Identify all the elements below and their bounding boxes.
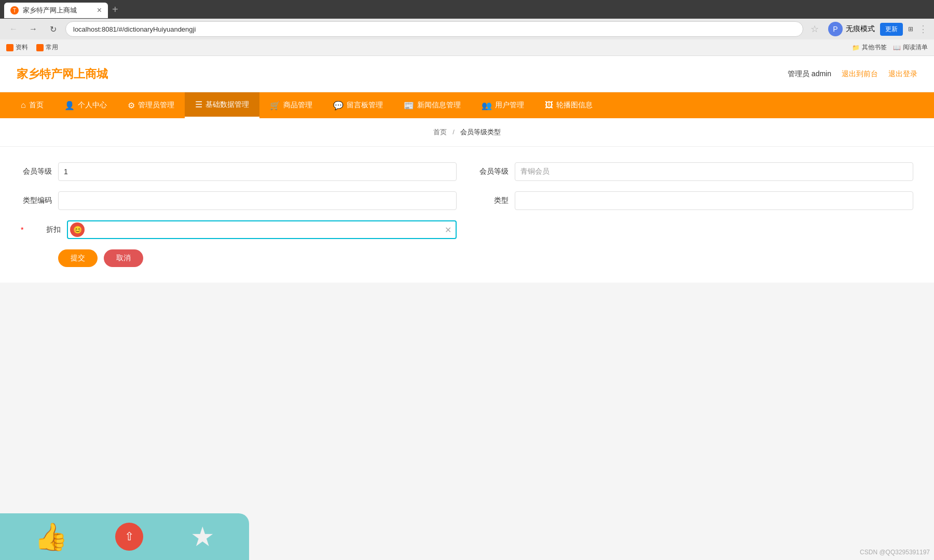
tab-title: 家乡特产网上商城 xyxy=(23,6,77,15)
emoji-circle-icon: 😊 xyxy=(70,222,85,237)
nav-item-news[interactable]: 📰 新闻信息管理 xyxy=(393,92,471,118)
cancel-button[interactable]: 取消 xyxy=(104,249,143,267)
share-icon[interactable]: ⇧ xyxy=(115,523,143,551)
form-buttons: 提交 取消 xyxy=(58,249,913,267)
type-right-group: 类型 xyxy=(477,191,913,210)
app-logo: 家乡特产网上商城 xyxy=(17,66,108,82)
bookmark-item-resources[interactable]: 资料 xyxy=(6,43,28,52)
browser-profile: P 无痕模式 xyxy=(828,22,875,36)
carousel-icon: 🖼 xyxy=(545,101,553,110)
member-level-right-label: 会员等级 xyxy=(477,167,509,176)
type-right-value xyxy=(515,191,913,210)
address-bar[interactable] xyxy=(65,21,803,37)
type-code-input[interactable] xyxy=(58,191,457,210)
breadcrumb-bar: 首页 / 会员等级类型 xyxy=(0,118,934,147)
app-nav: ⌂ 首页 👤 个人中心 ⚙ 管理员管理 ☰ 基础数据管理 🛒 商品管理 💬 留言… xyxy=(0,92,934,118)
nav-label-message: 留言板管理 xyxy=(347,101,383,110)
discount-clear-icon[interactable]: ✕ xyxy=(445,225,451,235)
nav-item-carousel[interactable]: 🖼 轮播图信息 xyxy=(534,92,603,118)
thumbs-up-icon[interactable]: 👍 xyxy=(34,521,68,553)
breadcrumb-current: 会员等级类型 xyxy=(460,128,501,136)
like-icon: 👍 xyxy=(34,521,68,553)
required-star: * xyxy=(21,226,23,234)
breadcrumb-home[interactable]: 首页 xyxy=(433,128,447,136)
discount-input[interactable] xyxy=(67,220,457,239)
folder-icon: 📁 xyxy=(852,44,860,51)
nav-label-carousel: 轮播图信息 xyxy=(556,101,593,110)
message-icon: 💬 xyxy=(333,101,344,110)
bookmark-label-frequent: 常用 xyxy=(46,43,58,52)
back-button[interactable]: ← xyxy=(6,22,21,36)
form-area: 会员等级 会员等级 青铜会员 类型编码 类型 * 折扣 😊 ✕ xyxy=(0,147,934,283)
home-icon: ⌂ xyxy=(21,101,26,110)
member-level-left-group: 会员等级 xyxy=(21,162,457,181)
read-mode-button[interactable]: ⊞ xyxy=(908,25,913,33)
member-level-right-group: 会员等级 青铜会员 xyxy=(477,162,913,181)
nav-item-admin[interactable]: ⚙ 管理员管理 xyxy=(117,92,185,118)
browser-controls: ← → ↻ ☆ P 无痕模式 更新 ⊞ ⋮ xyxy=(0,19,934,39)
bookmark-star-icon[interactable]: ☆ xyxy=(811,23,819,35)
csdn-watermark: CSDN @QQ3295391197 xyxy=(860,549,930,556)
basic-data-icon: ☰ xyxy=(195,100,202,109)
profile-label: 无痕模式 xyxy=(846,24,875,34)
submit-button[interactable]: 提交 xyxy=(58,249,98,267)
tab-favicon: T xyxy=(10,6,19,15)
forward-button[interactable]: → xyxy=(26,22,40,36)
nav-item-users[interactable]: 👥 用户管理 xyxy=(471,92,534,118)
share-symbol: ⇧ xyxy=(125,530,134,543)
type-code-left-group: 类型编码 xyxy=(21,191,457,210)
type-code-label: 类型编码 xyxy=(21,196,52,205)
bookmark-icon-resources xyxy=(6,44,13,51)
extensions-icon[interactable]: ⋮ xyxy=(918,23,928,35)
discount-group: * 折扣 😊 ✕ xyxy=(21,220,457,239)
reading-list-label: 阅读清单 xyxy=(903,43,928,52)
profile-icon: P xyxy=(828,22,843,36)
discount-label: 折扣 xyxy=(30,225,61,234)
front-link[interactable]: 退出到前台 xyxy=(842,69,878,79)
browser-chrome: T 家乡特产网上商城 × + ← → ↻ ☆ P 无痕模式 更新 ⊞ ⋮ 资料 … xyxy=(0,0,934,56)
update-button[interactable]: 更新 xyxy=(880,23,903,36)
member-level-input[interactable] xyxy=(58,162,457,181)
users-icon: 👥 xyxy=(482,101,492,110)
bookmarks-bar: 资料 常用 📁 其他书签 📖 阅读清单 xyxy=(0,39,934,56)
discount-input-wrapper: 😊 ✕ xyxy=(67,220,457,239)
bookmark-icon-frequent xyxy=(36,44,44,51)
form-row-1: 会员等级 会员等级 青铜会员 xyxy=(21,162,913,181)
tab-close-button[interactable]: × xyxy=(97,6,102,15)
nav-label-news: 新闻信息管理 xyxy=(417,101,461,110)
new-tab-button[interactable]: + xyxy=(112,4,118,16)
member-level-right-value: 青铜会员 xyxy=(515,162,913,181)
nav-item-basic-data[interactable]: ☰ 基础数据管理 xyxy=(185,92,259,118)
logout-link[interactable]: 退出登录 xyxy=(888,69,917,79)
nav-item-personal[interactable]: 👤 个人中心 xyxy=(54,92,117,118)
goods-icon: 🛒 xyxy=(270,101,280,110)
nav-label-admin: 管理员管理 xyxy=(138,101,174,110)
csdn-bottom-widget: 👍 ⇧ ★ xyxy=(0,513,249,560)
nav-label-users: 用户管理 xyxy=(495,101,524,110)
type-right-label: 类型 xyxy=(477,196,509,205)
browser-tab[interactable]: T 家乡特产网上商城 × xyxy=(4,3,108,18)
nav-item-goods[interactable]: 🛒 商品管理 xyxy=(259,92,323,118)
reading-list[interactable]: 📖 阅读清单 xyxy=(893,43,928,52)
breadcrumb-separator: / xyxy=(452,128,455,136)
member-level-left-label: 会员等级 xyxy=(21,167,52,176)
personal-icon: 👤 xyxy=(64,101,75,110)
breadcrumb: 首页 / 会员等级类型 xyxy=(0,128,934,137)
admin-label: 管理员 admin xyxy=(788,69,831,79)
bookmarks-right: 📁 其他书签 📖 阅读清单 xyxy=(852,43,928,52)
nav-item-message[interactable]: 💬 留言板管理 xyxy=(323,92,393,118)
star-icon[interactable]: ★ xyxy=(190,521,215,552)
form-row-3: * 折扣 😊 ✕ xyxy=(21,220,913,239)
nav-label-goods: 商品管理 xyxy=(283,101,312,110)
browser-tab-bar: T 家乡特产网上商城 × + xyxy=(0,0,934,19)
bookmark-item-frequent[interactable]: 常用 xyxy=(36,43,58,52)
refresh-button[interactable]: ↻ xyxy=(46,22,60,36)
nav-label-home: 首页 xyxy=(29,101,44,110)
admin-icon: ⚙ xyxy=(128,101,135,110)
other-bookmarks-label: 其他书签 xyxy=(862,43,887,52)
other-bookmarks[interactable]: 📁 其他书签 xyxy=(852,43,887,52)
nav-item-home[interactable]: ⌂ 首页 xyxy=(10,92,54,118)
header-actions: 管理员 admin 退出到前台 退出登录 xyxy=(788,69,917,79)
app-header: 家乡特产网上商城 管理员 admin 退出到前台 退出登录 xyxy=(0,56,934,92)
favorite-icon: ★ xyxy=(190,521,215,552)
